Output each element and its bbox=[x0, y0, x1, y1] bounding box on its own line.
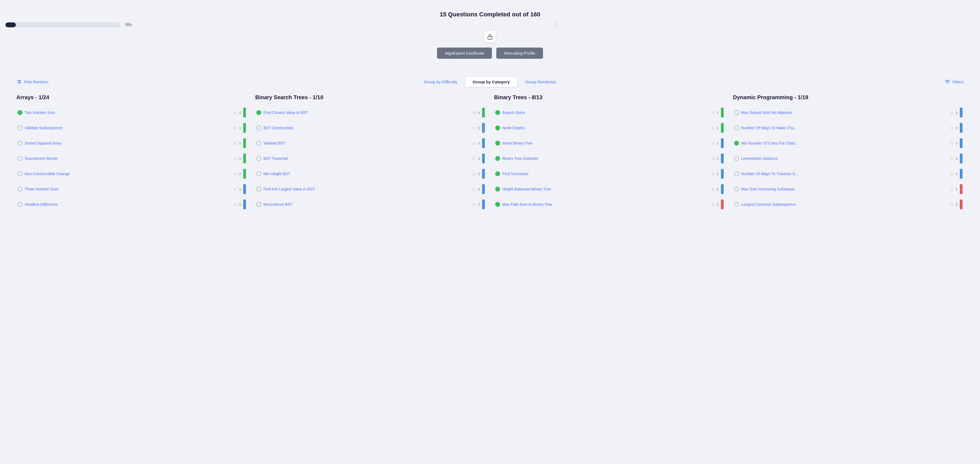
difficulty-bar-red bbox=[960, 199, 963, 209]
tab-group-by-difficulty[interactable]: Group by Difficulty bbox=[416, 77, 465, 87]
dollar-icon[interactable]: $ bbox=[478, 202, 480, 207]
progress-percent: 9% bbox=[124, 22, 134, 27]
question-name[interactable]: Smallest Difference bbox=[25, 202, 231, 207]
dollar-icon[interactable]: $ bbox=[717, 172, 719, 176]
star-icon[interactable]: ☆ bbox=[711, 126, 714, 130]
question-name[interactable]: Min Height BST bbox=[263, 172, 470, 176]
dollar-icon[interactable]: $ bbox=[478, 141, 480, 145]
star-icon[interactable]: ☆ bbox=[711, 156, 714, 161]
column-title-0: Arrays - 1/24 bbox=[16, 94, 247, 100]
star-icon[interactable]: ☆ bbox=[711, 187, 714, 192]
star-icon[interactable]: ☆ bbox=[950, 202, 953, 207]
dollar-icon[interactable]: $ bbox=[239, 172, 241, 176]
dollar-icon[interactable]: $ bbox=[956, 111, 958, 115]
question-name[interactable]: Reconstruct BST bbox=[263, 202, 470, 207]
question-name[interactable]: Node Depths bbox=[502, 126, 709, 130]
recruiting-profile-button[interactable]: Recruiting Profile bbox=[496, 48, 543, 59]
question-name[interactable]: Longest Common Subsequence bbox=[741, 202, 948, 207]
question-name[interactable]: Find Kth Largest Value In BST bbox=[263, 187, 470, 191]
algoexpert-certificate-button[interactable]: AlgoExpert Certificate bbox=[437, 48, 492, 59]
dollar-icon[interactable]: $ bbox=[478, 187, 480, 191]
question-name[interactable]: Height Balanced Binary Tree bbox=[502, 187, 709, 191]
star-icon[interactable]: ☆ bbox=[472, 171, 476, 176]
dollar-icon[interactable]: $ bbox=[956, 157, 958, 160]
star-icon[interactable]: ☆ bbox=[711, 110, 714, 115]
question-name[interactable]: Branch Sums bbox=[502, 110, 709, 115]
question-name[interactable]: Max Sum Increasing Subseque... bbox=[741, 187, 948, 191]
question-name[interactable]: Non-Constructible Change bbox=[25, 172, 231, 176]
question-name[interactable]: Find Successor bbox=[502, 172, 709, 176]
dollar-icon[interactable]: $ bbox=[478, 111, 480, 115]
filters-label: Filters bbox=[952, 79, 964, 84]
star-icon[interactable]: ☆ bbox=[950, 110, 953, 115]
table-row: Node Depths☆$ bbox=[494, 121, 725, 135]
star-icon[interactable]: ☆ bbox=[233, 156, 237, 161]
question-name[interactable]: Number Of Ways To Make Cha... bbox=[741, 126, 948, 130]
star-icon[interactable]: ☆ bbox=[233, 171, 237, 176]
question-name[interactable]: Number Of Ways To Traverse G... bbox=[741, 172, 948, 176]
question-name[interactable]: Validate Subsequence bbox=[25, 126, 231, 130]
dollar-icon[interactable]: $ bbox=[239, 187, 241, 191]
question-name[interactable]: Tournament Winner bbox=[25, 156, 231, 160]
dollar-icon[interactable]: $ bbox=[239, 202, 241, 207]
star-icon[interactable]: ☆ bbox=[472, 110, 476, 115]
dollar-icon[interactable]: $ bbox=[239, 126, 241, 130]
star-icon[interactable]: ☆ bbox=[233, 187, 237, 192]
dollar-icon[interactable]: $ bbox=[717, 187, 719, 191]
dollar-icon[interactable]: $ bbox=[717, 111, 719, 115]
question-name[interactable]: Validate BST bbox=[263, 141, 470, 145]
question-name[interactable]: Two Number Sum bbox=[25, 110, 231, 115]
dollar-icon[interactable]: $ bbox=[239, 111, 241, 115]
dollar-icon[interactable]: $ bbox=[956, 202, 958, 207]
tab-group-by-category[interactable]: Group by Category bbox=[465, 77, 518, 87]
star-icon[interactable]: ☆ bbox=[711, 141, 714, 146]
star-icon[interactable]: ☆ bbox=[950, 141, 953, 146]
dollar-icon[interactable]: $ bbox=[956, 126, 958, 130]
question-name[interactable]: BST Traversal bbox=[263, 156, 470, 160]
dollar-icon[interactable]: $ bbox=[478, 126, 480, 130]
table-row: Branch Sums☆$ bbox=[494, 105, 725, 120]
star-icon[interactable]: ☆ bbox=[711, 171, 714, 176]
dollar-icon[interactable]: $ bbox=[478, 172, 480, 176]
question-name[interactable]: Three Number Sum bbox=[25, 187, 231, 191]
star-icon[interactable]: ☆ bbox=[233, 126, 237, 130]
question-name[interactable]: Sorted Squared Array bbox=[25, 141, 231, 145]
question-name[interactable]: Max Subset Sum No Adjacent bbox=[741, 110, 948, 115]
star-icon[interactable]: ☆ bbox=[472, 126, 476, 130]
question-name[interactable]: Max Path Sum In Binary Tree bbox=[502, 202, 709, 207]
star-icon[interactable]: ☆ bbox=[233, 141, 237, 146]
question-name[interactable]: Find Closest Value In BST bbox=[263, 110, 470, 115]
dollar-icon[interactable]: $ bbox=[717, 157, 719, 160]
star-icon[interactable]: ☆ bbox=[472, 141, 476, 146]
star-icon[interactable]: ☆ bbox=[472, 187, 476, 192]
question-name[interactable]: Binary Tree Diameter bbox=[502, 156, 709, 160]
star-icon[interactable]: ☆ bbox=[950, 156, 953, 161]
dollar-icon[interactable]: $ bbox=[956, 141, 958, 145]
dollar-icon[interactable]: $ bbox=[956, 172, 958, 176]
filters-button[interactable]: Filters bbox=[945, 79, 964, 84]
question-name[interactable]: Invert Binary Tree bbox=[502, 141, 709, 145]
difficulty-bar-green bbox=[243, 123, 246, 133]
dollar-icon[interactable]: $ bbox=[478, 157, 480, 160]
pick-random-button[interactable]: Pick Random bbox=[16, 79, 48, 84]
star-icon[interactable]: ☆ bbox=[950, 187, 953, 192]
dollar-icon[interactable]: $ bbox=[717, 126, 719, 130]
dollar-icon[interactable]: $ bbox=[239, 157, 241, 160]
star-icon[interactable]: ☆ bbox=[950, 171, 953, 176]
star-icon[interactable]: ☆ bbox=[233, 110, 237, 115]
star-icon[interactable]: ☆ bbox=[472, 156, 476, 161]
question-name[interactable]: Min Number Of Coins For Chan... bbox=[741, 141, 948, 145]
question-name[interactable]: Levenshtein Distance bbox=[741, 156, 948, 160]
tab-group-randomly[interactable]: Group Randomly bbox=[517, 77, 563, 87]
star-icon[interactable]: ☆ bbox=[950, 126, 953, 130]
question-name[interactable]: BST Construction bbox=[263, 126, 470, 130]
dollar-icon[interactable]: $ bbox=[717, 141, 719, 145]
dollar-icon[interactable]: $ bbox=[239, 141, 241, 145]
star-icon[interactable]: ☆ bbox=[711, 202, 714, 207]
star-icon[interactable]: ☆ bbox=[472, 202, 476, 207]
dollar-icon[interactable]: $ bbox=[956, 187, 958, 191]
dollar-icon[interactable]: $ bbox=[717, 202, 719, 207]
star-icon[interactable]: ☆ bbox=[233, 202, 237, 207]
table-row: Reconstruct BST☆$ bbox=[255, 197, 486, 211]
completed-circle bbox=[256, 110, 261, 115]
